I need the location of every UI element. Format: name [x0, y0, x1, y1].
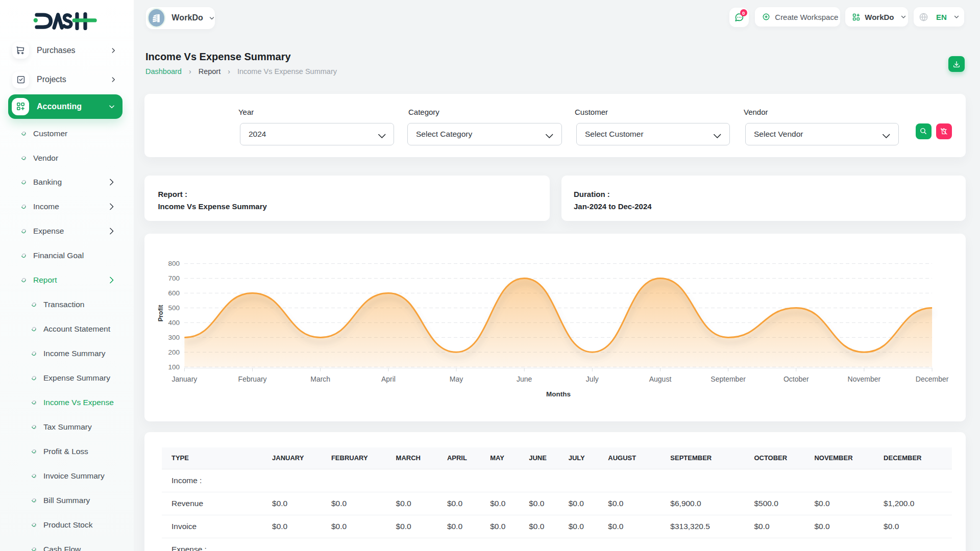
- svg-text:Profit: Profit: [157, 305, 164, 321]
- svg-text:200: 200: [168, 348, 180, 356]
- svg-text:400: 400: [168, 319, 180, 327]
- svg-text:September: September: [711, 375, 746, 383]
- svg-text:May: May: [450, 375, 463, 383]
- svg-text:April: April: [381, 375, 396, 383]
- svg-text:800: 800: [168, 260, 180, 267]
- svg-text:100: 100: [168, 363, 180, 371]
- svg-text:August: August: [649, 375, 672, 383]
- svg-text:500: 500: [168, 304, 180, 312]
- svg-text:January: January: [172, 375, 198, 383]
- svg-text:July: July: [586, 375, 599, 383]
- svg-text:March: March: [311, 375, 331, 383]
- svg-text:700: 700: [168, 274, 180, 282]
- svg-text:June: June: [517, 375, 532, 383]
- svg-text:300: 300: [168, 334, 180, 341]
- svg-text:Months: Months: [546, 390, 571, 398]
- svg-text:February: February: [238, 375, 267, 383]
- svg-text:October: October: [783, 375, 809, 383]
- svg-text:December: December: [916, 375, 949, 383]
- svg-text:November: November: [848, 375, 881, 383]
- svg-text:600: 600: [168, 289, 180, 297]
